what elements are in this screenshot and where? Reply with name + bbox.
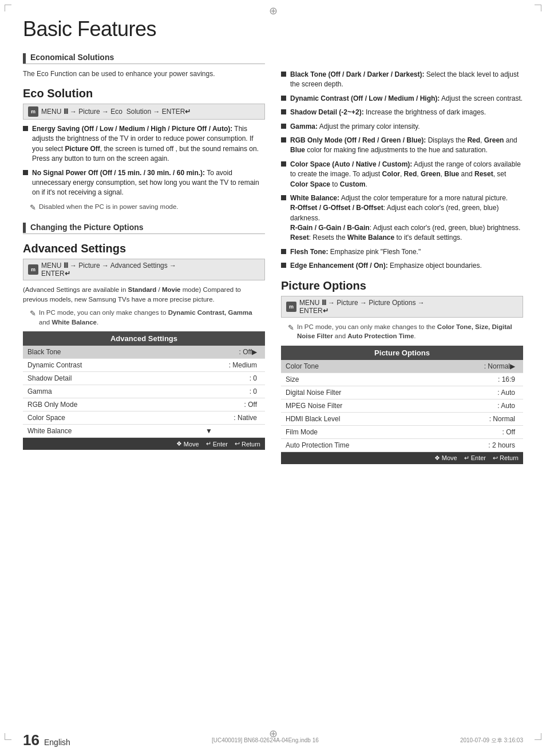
table-cell-name: Shadow Detail	[23, 372, 156, 385]
table-row: Digital Noise Filter : Auto	[281, 386, 523, 399]
advanced-settings-table: Advanced Settings Black Tone : Off ▶ Dyn…	[23, 331, 265, 450]
left-column: Economical Solutions The Eco Function ca…	[23, 45, 265, 464]
row-arrow-icon: ▶	[510, 362, 515, 370]
table-row: Size : 16:9	[281, 373, 523, 386]
return-icon: ↩	[235, 440, 240, 448]
corner-mark-br	[535, 733, 541, 740]
page-number-block: 16 English	[23, 731, 70, 749]
list-item: Flesh Tone: Emphasize pink "Flesh Tone."	[281, 247, 523, 257]
list-item: Shadow Detail (-2~+2): Increase the brig…	[281, 108, 523, 117]
table-row: Dynamic Contrast : Medium	[23, 359, 265, 372]
footer-date: 2010-07-09 오후 3:16:03	[460, 737, 523, 745]
right-bullets: Black Tone (Off / Dark / Darker / Darkes…	[281, 70, 523, 271]
enter-icon: ↵	[464, 454, 469, 462]
table-row: Auto Protection Time : 2 hours	[281, 438, 523, 452]
header-bar	[23, 53, 26, 64]
table-row: Gamma : 0	[23, 385, 265, 398]
table-cell-name: Size	[281, 373, 414, 386]
bullet-icon	[281, 72, 286, 77]
crosshair-top-icon: ⊕	[269, 5, 278, 17]
table-cell-name: RGB Only Mode	[23, 398, 156, 411]
table-cell-value: : 0	[156, 385, 265, 398]
table-cell-value: : Normal	[414, 412, 523, 425]
bullet-icon	[281, 137, 286, 143]
bullet-icon	[281, 263, 286, 268]
picture-options-title: Picture Options	[281, 279, 523, 292]
footer-enter: ↵ Enter	[206, 440, 228, 448]
footer-move: ❖ Move	[434, 454, 457, 462]
table-row: Shadow Detail : 0	[23, 372, 265, 385]
page-number: 16	[23, 731, 39, 749]
page-language: English	[44, 738, 70, 747]
changing-picture-options-header: Changing the Picture Options	[23, 223, 265, 234]
changing-picture-options-title: Changing the Picture Options	[30, 223, 144, 233]
list-item: White Balance: Adjust the color temperat…	[281, 193, 523, 243]
table-header: Picture Options	[281, 346, 523, 360]
bullet-icon	[281, 96, 286, 101]
bullet-icon	[281, 109, 286, 114]
advanced-settings-note: (Advanced Settings are available in Stan…	[23, 285, 265, 305]
table-cell-value: : Auto	[414, 386, 523, 399]
table-row: Black Tone : Off ▶	[23, 346, 265, 359]
list-item: Gamma: Adjust the primary color intensit…	[281, 122, 523, 132]
advanced-settings-pc-note: ✎ In PC mode, you can only make changes …	[30, 308, 265, 327]
table-cell-value: : Native	[156, 411, 265, 425]
table-cell-name: Gamma	[23, 385, 156, 398]
table-cell-name: Auto Protection Time	[281, 438, 414, 452]
table-footer-row: ❖ Move ↵ Enter ↩ Return	[23, 438, 265, 450]
footer-return: ↩ Return	[493, 454, 519, 462]
eco-solution-bullets: Energy Saving (Off / Low / Medium / High…	[23, 124, 265, 198]
advanced-settings-title: Advanced Settings	[23, 242, 265, 255]
table-cell-name: Digital Noise Filter	[281, 386, 414, 399]
right-column: Black Tone (Off / Dark / Darker / Darkes…	[281, 45, 523, 464]
table-cell-name: Dynamic Contrast	[23, 359, 156, 372]
menu-icon: m	[286, 302, 296, 312]
table-cell-value: : 16:9	[414, 373, 523, 386]
corner-mark-bl	[5, 733, 11, 740]
table-cell-value: : Medium	[156, 359, 265, 372]
content-columns: Economical Solutions The Eco Function ca…	[23, 45, 523, 464]
advanced-settings-menu-text: MENU Ⅲ → Picture → Advanced Settings →EN…	[41, 262, 176, 278]
list-item: Color Space (Auto / Native / Custom): Ad…	[281, 160, 523, 189]
corner-mark-tr	[535, 5, 541, 11]
picture-options-menu-text: MENU Ⅲ → Picture → Picture Options →ENTE…	[299, 299, 425, 315]
eco-solution-menu-path: m MENU Ⅲ → Picture → Eco Solution → ENTE…	[23, 104, 265, 120]
bullet-label: No Signal Power Off (Off / 15 min. / 30 …	[32, 169, 205, 177]
list-item: No Signal Power Off (Off / 15 min. / 30 …	[23, 168, 265, 198]
page-footer: 16 English [UC400019] BN68-02624A-04Eng.…	[23, 731, 523, 749]
table-row: Color Space : Native	[23, 411, 265, 425]
note-icon: ✎	[288, 323, 294, 334]
list-item: Black Tone (Off / Dark / Darker / Darkes…	[281, 70, 523, 90]
page-title: Basic Features	[23, 17, 523, 41]
header-bar	[23, 223, 26, 233]
menu-icon: m	[28, 106, 38, 117]
table-cell-value: ▼	[156, 425, 265, 438]
bullet-icon	[281, 161, 286, 167]
table-cell-value: : 2 hours	[414, 438, 523, 452]
table-row: White Balance ▼	[23, 425, 265, 438]
table-footer-row: ❖ Move ↵ Enter ↩ Return	[281, 452, 523, 464]
table-cell-name: MPEG Noise Filter	[281, 399, 414, 412]
table-cell-name: Black Tone	[23, 346, 156, 359]
bullet-icon	[281, 195, 286, 200]
table-cell-value: : Off	[156, 398, 265, 411]
bullet-icon	[23, 126, 28, 131]
list-item: Dynamic Contrast (Off / Low / Medium / H…	[281, 94, 523, 104]
corner-mark-tl	[5, 5, 11, 11]
table-row: HDMI Black Level : Normal	[281, 412, 523, 425]
eco-solution-note: ✎ Disabled when the PC is in power savin…	[30, 202, 265, 213]
bullet-icon	[23, 170, 28, 175]
page: ⊕ Basic Features Economical Solutions Th…	[0, 0, 546, 756]
picture-options-table: Picture Options Color Tone : Normal ▶ Si…	[281, 346, 523, 464]
economical-solutions-intro: The Eco Function can be used to enhance …	[23, 69, 265, 79]
table-footer-icons: ❖ Move ↵ Enter ↩ Return	[286, 454, 519, 462]
note-icon: ✎	[30, 308, 36, 319]
picture-options-menu-path: m MENU Ⅲ → Picture → Picture Options →EN…	[281, 296, 523, 318]
list-item: Edge Enhancement (Off / On): Emphasize o…	[281, 261, 523, 271]
list-item: Energy Saving (Off / Low / Medium / High…	[23, 124, 265, 164]
table-cell-name: Color Space	[23, 411, 156, 425]
table-cell-value: : 0	[156, 372, 265, 385]
menu-icon: m	[28, 264, 38, 275]
footer-move: ❖ Move	[176, 440, 199, 448]
table-cell-value: : Auto	[414, 399, 523, 412]
